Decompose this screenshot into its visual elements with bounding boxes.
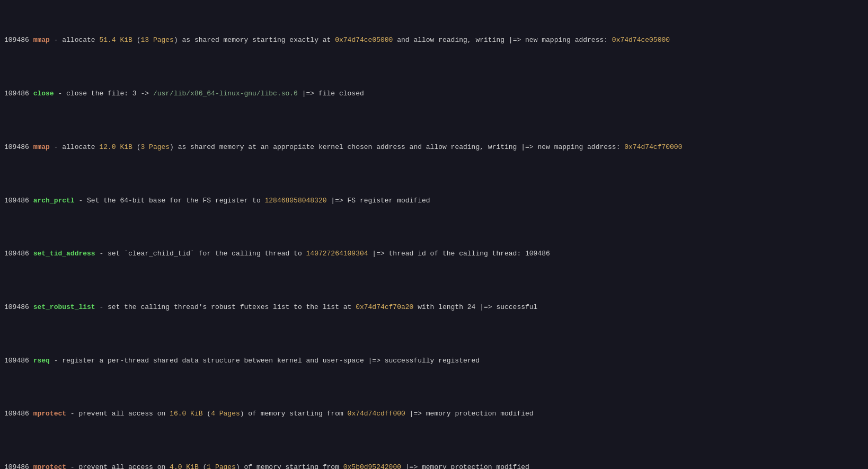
log-line-6: 109486 set_robust_list - set the calling… <box>0 302 868 313</box>
log-line-7: 109486 rseq - register a per-thread shar… <box>0 356 868 366</box>
log-line-3: 109486 mmap - allocate 12.0 KiB (3 Pages… <box>0 142 868 153</box>
log-line-1: 109486 mmap - allocate 51.4 KiB (13 Page… <box>0 35 868 46</box>
log-line-8: 109486 mprotect - prevent all access on … <box>0 409 868 419</box>
log-line-4: 109486 arch_prctl - Set the 64-bit base … <box>0 196 868 206</box>
log-line-5: 109486 set_tid_address - set `clear_chil… <box>0 249 868 259</box>
terminal-output: 109486 mmap - allocate 51.4 KiB (13 Page… <box>0 0 868 469</box>
log-line-2: 109486 close - close the file: 3 -> /usr… <box>0 89 868 99</box>
log-line-9: 109486 mprotect - prevent all access on … <box>0 462 868 469</box>
